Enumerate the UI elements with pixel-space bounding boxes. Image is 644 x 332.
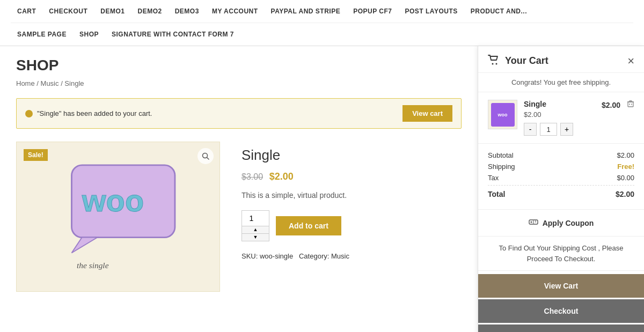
- nav-checkout[interactable]: CHECKOUT: [42, 0, 94, 23]
- product-section: Sale! woo the single: [16, 142, 462, 292]
- nav-product-and[interactable]: PRODUCT AND...: [464, 0, 533, 23]
- add-to-cart-button[interactable]: Add to cart: [276, 216, 341, 235]
- woo-product-image: woo the single: [27, 150, 209, 284]
- view-cart-button[interactable]: View Cart: [478, 274, 644, 298]
- breadcrumb-home[interactable]: Home: [16, 79, 35, 87]
- nav-demo3[interactable]: DEMO3: [169, 0, 206, 23]
- quantity-down-button[interactable]: ▼: [242, 234, 269, 241]
- checkout-button[interactable]: Checkout: [478, 299, 644, 323]
- product-description: This is a simple, virtual product.: [241, 191, 462, 200]
- total-value: $2.00: [616, 190, 634, 198]
- sale-badge: Sale!: [24, 149, 48, 161]
- cart-qty-plus-button[interactable]: +: [560, 123, 573, 136]
- qty-add-row: ▲ ▼ Add to cart: [241, 210, 462, 241]
- svg-point-7: [492, 63, 494, 65]
- product-details: Single $3.00 $2.00 This is a simple, vir…: [241, 142, 462, 292]
- coupon-icon: [529, 217, 538, 228]
- product-meta: SKU: woo-single Category: Music: [241, 252, 462, 260]
- cart-icon: [488, 55, 500, 67]
- nav-demo1[interactable]: DEMO1: [94, 0, 131, 23]
- quantity-up-button[interactable]: ▲: [242, 226, 269, 234]
- cart-buttons: View Cart Checkout Continue Shopping: [478, 271, 644, 332]
- sku-label: SKU:: [241, 252, 258, 260]
- shipping-row: Shipping Free!: [488, 163, 634, 171]
- cart-panel-header: Your Cart ×: [478, 46, 644, 73]
- cart-notice-text: "Single" has been added to your cart.: [37, 109, 152, 117]
- cart-close-button[interactable]: ×: [627, 55, 634, 67]
- nav-row-2: SAMPLE PAGE SHOP SIGNATURE WITH CONTACT …: [11, 23, 633, 46]
- quantity-stepper: ▲ ▼: [241, 210, 269, 241]
- cart-item-delete-button[interactable]: [627, 100, 634, 109]
- main-container: SHOP Home / Music / Single "Single" has …: [0, 46, 644, 332]
- sku-value: woo-single: [260, 252, 293, 260]
- cart-item: woo Single $2.00 - 1 + $2.00: [478, 92, 644, 144]
- cart-item-image: woo: [488, 100, 517, 129]
- nav-popup-cf7[interactable]: POPUP CF7: [347, 0, 398, 23]
- product-image-wrap: Sale! woo the single: [16, 142, 220, 292]
- tax-value: $0.00: [617, 174, 634, 182]
- nav-row-1: CART CHECKOUT DEMO1 DEMO2 DEMO3 MY ACCOU…: [11, 0, 633, 23]
- breadcrumb-current: Single: [64, 79, 84, 87]
- content-area: SHOP Home / Music / Single "Single" has …: [0, 46, 478, 332]
- svg-line-6: [207, 158, 209, 160]
- cart-qty-minus-button[interactable]: -: [524, 123, 537, 136]
- subtotal-value: $2.00: [617, 151, 634, 159]
- quantity-input[interactable]: [242, 211, 269, 226]
- subtotal-row: Subtotal $2.00: [488, 151, 634, 159]
- cart-added-notice: "Single" has been added to your cart. Vi…: [16, 98, 462, 129]
- cart-panel: Your Cart × Congrats! You get free shipp…: [478, 46, 644, 332]
- cart-item-qty-row: - 1 +: [524, 123, 595, 136]
- tax-row: Tax $0.00: [488, 174, 634, 182]
- category-label: Category:: [299, 252, 329, 260]
- free-shipping-notice: Congrats! You get free shipping.: [478, 73, 644, 92]
- page-title: SHOP: [16, 57, 462, 74]
- product-name: Single: [241, 147, 462, 164]
- shipping-note: To Find Out Your Shipping Cost , Please …: [478, 237, 644, 271]
- apply-coupon-text: Apply Coupon: [543, 219, 594, 227]
- cart-item-total: $2.00: [602, 100, 620, 109]
- subtotal-label: Subtotal: [488, 151, 514, 159]
- navigation: CART CHECKOUT DEMO1 DEMO2 DEMO3 MY ACCOU…: [0, 0, 644, 46]
- view-cart-notice-button[interactable]: View cart: [402, 105, 452, 122]
- nav-signature-contact-form[interactable]: SIGNATURE WITH CONTACT FORM 7: [105, 23, 240, 46]
- cart-totals: Subtotal $2.00 Shipping Free! Tax $0.00 …: [478, 144, 644, 210]
- old-price: $3.00: [241, 172, 263, 181]
- continue-shopping-button[interactable]: Continue Shopping: [478, 324, 644, 332]
- cart-item-info: Single $2.00 - 1 +: [524, 100, 595, 136]
- new-price: $2.00: [269, 171, 294, 182]
- nav-paypal-stripe[interactable]: PAYPAL AND STRIPE: [265, 0, 347, 23]
- svg-point-13: [530, 222, 532, 223]
- svg-text:woo: woo: [82, 183, 144, 218]
- shipping-value: Free!: [617, 163, 634, 171]
- price-wrap: $3.00 $2.00: [241, 171, 462, 182]
- svg-point-8: [496, 63, 497, 65]
- total-label: Total: [488, 190, 505, 198]
- cart-qty-value: 1: [540, 123, 557, 136]
- breadcrumb: Home / Music / Single: [16, 79, 462, 87]
- nav-post-layouts[interactable]: POST LAYOUTS: [399, 0, 464, 23]
- product-image: woo the single: [16, 142, 220, 292]
- svg-rect-9: [628, 102, 633, 107]
- nav-my-account[interactable]: MY ACCOUNT: [206, 0, 265, 23]
- nav-cart[interactable]: CART: [11, 0, 42, 23]
- cart-panel-title: Your Cart: [505, 55, 548, 67]
- apply-coupon-row[interactable]: Apply Coupon: [478, 210, 644, 237]
- zoom-icon[interactable]: [197, 148, 214, 164]
- tax-label: Tax: [488, 174, 499, 182]
- svg-text:the single: the single: [77, 261, 109, 270]
- notice-dot-icon: [25, 110, 33, 117]
- total-row: Total $2.00: [488, 185, 634, 198]
- cart-item-name: Single: [524, 100, 595, 108]
- category-value: Music: [331, 252, 349, 260]
- shipping-label: Shipping: [488, 163, 515, 171]
- breadcrumb-music[interactable]: Music: [41, 79, 59, 87]
- nav-demo2[interactable]: DEMO2: [131, 0, 169, 23]
- cart-item-price: $2.00: [524, 110, 595, 119]
- nav-sample-page[interactable]: SAMPLE PAGE: [11, 23, 73, 46]
- nav-shop[interactable]: SHOP: [73, 23, 105, 46]
